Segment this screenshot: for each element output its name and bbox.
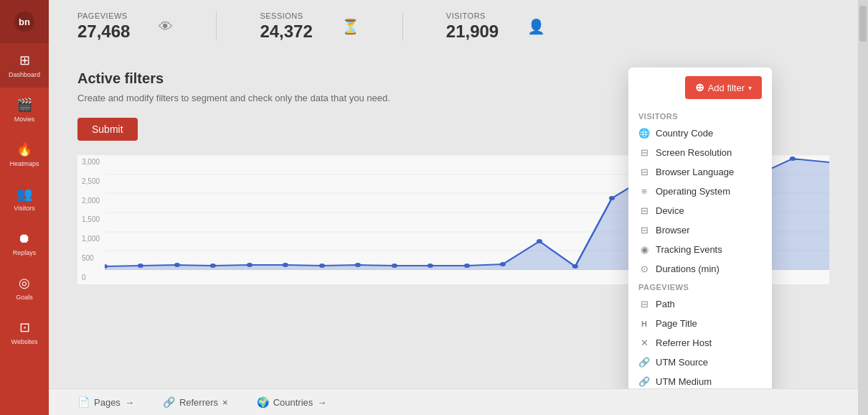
stats-divider-1 — [216, 12, 217, 41]
filter-referrer-host[interactable]: ✕ Referrer Host — [628, 333, 772, 353]
browser-icon: ⊟ — [638, 225, 650, 236]
y-label-0: 0 — [82, 274, 100, 281]
sidebar-item-websites[interactable]: ⊡ Websites — [0, 310, 49, 355]
pageviews-label: PAGEVIEWS — [77, 11, 130, 20]
content-area: Active filters Create and modify filters… — [49, 53, 858, 388]
bottom-tabs: 📄 Pages → 🔗 Referrers × 🌍 Countries → — [49, 388, 858, 415]
stats-divider-2 — [402, 12, 403, 41]
language-icon: ⊟ — [638, 167, 650, 177]
filter-utm-medium[interactable]: 🔗 UTM Medium — [628, 372, 772, 388]
tracking-icon: ◉ — [638, 244, 650, 255]
pageviews-value: 27,468 — [77, 22, 130, 42]
replays-icon: ⏺ — [18, 231, 31, 246]
device-icon: ⊟ — [638, 205, 650, 216]
filter-dropdown: ⊕ Add filter ▾ Visitors 🌐 Country Code ⊟… — [628, 67, 772, 388]
filter-country-code[interactable]: 🌐 Country Code — [628, 123, 772, 143]
filter-screen-resolution[interactable]: ⊟ Screen Resolution — [628, 143, 772, 162]
utm-source-icon: 🔗 — [638, 357, 650, 368]
duration-icon: ⊙ — [638, 264, 650, 274]
pageviews-stat: PAGEVIEWS 27,468 👁 — [77, 11, 173, 42]
data-point — [609, 196, 615, 200]
filter-utm-source-label: UTM Source — [656, 357, 708, 368]
chart-y-axis: 3,000 2,500 2,000 1,500 1,000 500 0 — [77, 155, 105, 284]
data-point — [428, 264, 433, 268]
filter-browser-language-label: Browser Language — [656, 167, 734, 177]
y-label-3000: 3,000 — [82, 158, 100, 166]
filter-browser-label: Browser — [656, 225, 690, 236]
referrers-tab-label: Referrers — [179, 397, 218, 408]
add-filter-button[interactable]: ⊕ Add filter ▾ — [685, 76, 762, 99]
sidebar-label-heatmaps: Heatmaps — [9, 160, 39, 167]
visitors-section-label: Visitors — [628, 108, 772, 123]
submit-button[interactable]: Submit — [77, 118, 138, 141]
add-filter-container: ⊕ Add filter ▾ — [628, 67, 772, 108]
referrers-icon: 🔗 — [163, 396, 175, 408]
sidebar-item-goals[interactable]: ◎ Goals — [0, 266, 49, 310]
data-point — [283, 263, 288, 267]
visitors-stat: VISITORS 21,909 👤 — [446, 11, 545, 42]
sidebar-item-replays[interactable]: ⏺ Replays — [0, 221, 49, 266]
pageviews-section-label: Pageviews — [628, 279, 772, 294]
visitors-value: 21,909 — [446, 22, 499, 42]
referrers-cross-icon: × — [222, 397, 228, 408]
sidebar-item-heatmaps[interactable]: 🔥 Heatmaps — [0, 132, 49, 177]
filter-durations[interactable]: ⊙ Durations (min) — [628, 259, 772, 279]
data-point — [790, 157, 796, 161]
sidebar-item-dashboard[interactable]: ⊞ Dashboard — [0, 43, 49, 88]
filter-path[interactable]: ⊟ Path — [628, 294, 772, 314]
data-point — [464, 264, 470, 268]
filter-operating-system[interactable]: ≡ Operating System — [628, 182, 772, 201]
data-point — [210, 264, 216, 268]
pages-arrow-icon: → — [125, 397, 134, 408]
filter-durations-label: Durations (min) — [656, 264, 720, 274]
main-content: PAGEVIEWS 27,468 👁 SESSIONS 24,372 ⏳ VIS… — [49, 0, 858, 415]
filter-screen-resolution-label: Screen Resolution — [656, 147, 732, 158]
scrollbar-thumb[interactable] — [859, 6, 867, 42]
filter-page-title-label: Page Title — [656, 318, 697, 329]
filter-device[interactable]: ⊟ Device — [628, 201, 772, 220]
countries-icon: 🌍 — [257, 396, 269, 408]
svg-text:bn: bn — [19, 17, 30, 27]
data-point — [572, 264, 578, 269]
sidebar-label-visitors: Visitors — [14, 205, 34, 212]
users-icon: 👤 — [527, 18, 545, 35]
sessions-stat: SESSIONS 24,372 ⏳ — [260, 11, 359, 42]
dashboard-icon: ⊞ — [19, 52, 30, 68]
utm-medium-icon: 🔗 — [638, 376, 650, 387]
countries-tab-label: Countries — [273, 397, 313, 408]
page-title-icon: H — [638, 320, 650, 328]
filter-referrer-host-label: Referrer Host — [656, 337, 712, 348]
sidebar-item-visitors[interactable]: 👥 Visitors — [0, 177, 49, 221]
filter-utm-source[interactable]: 🔗 UTM Source — [628, 353, 772, 372]
eye-icon: 👁 — [159, 19, 173, 35]
filter-tracking-events[interactable]: ◉ Tracking Events — [628, 240, 772, 259]
stats-bar: PAGEVIEWS 27,468 👁 SESSIONS 24,372 ⏳ VIS… — [49, 0, 858, 53]
y-label-1500: 1,500 — [82, 215, 100, 223]
add-filter-label: Add filter — [708, 83, 745, 93]
sidebar-logo: bn — [0, 0, 49, 43]
filter-device-label: Device — [656, 205, 684, 216]
data-point — [500, 262, 506, 266]
filter-browser[interactable]: ⊟ Browser — [628, 220, 772, 240]
filter-page-title[interactable]: H Page Title — [628, 314, 772, 333]
data-point — [355, 263, 361, 267]
sidebar-label-goals: Goals — [16, 294, 33, 301]
scrollbar[interactable] — [858, 0, 868, 415]
filter-browser-language[interactable]: ⊟ Browser Language — [628, 162, 772, 182]
sidebar-label-dashboard: Dashboard — [9, 71, 40, 78]
referrers-tab[interactable]: 🔗 Referrers × — [163, 396, 228, 408]
visitors-label: VISITORS — [446, 11, 499, 20]
page-wrapper: bn ⊞ Dashboard 🎬 Movies 🔥 Heatmaps 👥 Vis… — [0, 0, 868, 415]
countries-arrow-icon: → — [317, 397, 326, 408]
pages-tab[interactable]: 📄 Pages → — [77, 396, 134, 408]
pages-icon: 📄 — [77, 396, 90, 408]
visitors-icon: 👥 — [16, 186, 32, 202]
sessions-value: 24,372 — [260, 22, 312, 42]
websites-icon: ⊡ — [19, 320, 30, 335]
data-point — [537, 239, 542, 243]
filter-country-code-label: Country Code — [656, 128, 713, 139]
filter-tracking-events-label: Tracking Events — [656, 244, 722, 255]
sidebar: bn ⊞ Dashboard 🎬 Movies 🔥 Heatmaps 👥 Vis… — [0, 0, 49, 415]
sidebar-item-movies[interactable]: 🎬 Movies — [0, 88, 49, 132]
countries-tab[interactable]: 🌍 Countries → — [257, 396, 327, 408]
